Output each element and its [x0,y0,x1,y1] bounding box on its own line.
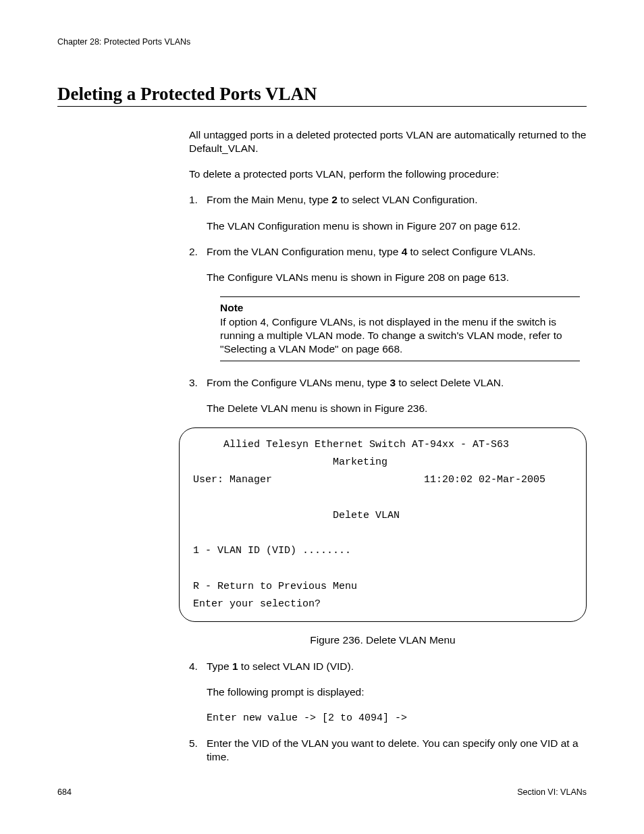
step-text-post: to select VLAN ID (VID). [238,660,354,672]
terminal-timestamp: 11:20:02 02-Mar-2005 [424,474,545,486]
chapter-header: Chapter 28: Protected Ports VLANs [57,37,587,47]
terminal-option: 1 - VLAN ID (VID) ........ [193,545,351,556]
step-1: 1. From the Main Menu, type 2 to select … [189,193,587,232]
step-body: Type 1 to select VLAN ID (VID). The foll… [207,660,587,725]
page-number: 684 [57,787,72,797]
section-label: Section VI: VLANs [517,787,587,797]
figure-caption: Figure 236. Delete VLAN Menu [179,634,587,646]
step-2: 2. From the VLAN Configuration menu, typ… [189,245,587,284]
intro-paragraph-2: To delete a protected ports VLAN, perfor… [189,167,587,181]
note-title: Note [220,301,580,315]
step-sub: The Configure VLANs menu is shown in Fig… [207,271,587,284]
step-text-pre: From the VLAN Configuration menu, type [207,246,402,257]
step-sub: The Delete VLAN menu is shown in Figure … [207,402,587,415]
step-number: 3. [189,376,207,415]
step-number: 2. [189,245,207,284]
terminal-line: Marketing [193,457,387,468]
body-column: All untagged ports in a deleted protecte… [189,128,587,415]
step-text-post: to select VLAN Configuration. [338,194,478,205]
step-sub: The VLAN Configuration menu is shown in … [207,219,587,233]
step-text-pre: Type [207,660,232,672]
terminal-prompt: Enter your selection? [193,598,321,610]
step-prompt: Enter new value -> [2 to 4094] -> [207,712,587,725]
step-text-bold: 2 [331,194,338,205]
step-number: 4. [189,660,207,725]
step-body: Enter the VID of the VLAN you want to de… [207,737,587,764]
step-text-pre: From the Configure VLANs menu, type [207,377,390,388]
section-title: Deleting a Protected Ports VLAN [57,84,587,107]
terminal-option: R - Return to Previous Menu [193,581,357,592]
step-body: From the Main Menu, type 2 to select VLA… [207,193,587,232]
body-column-2: 4. Type 1 to select VLAN ID (VID). The f… [189,660,587,764]
terminal-line: Allied Telesyn Ethernet Switch AT-94xx -… [193,439,509,450]
step-3: 3. From the Configure VLANs menu, type 3… [189,376,587,415]
step-text-bold: 3 [390,377,396,388]
step-text-bold: 1 [232,660,238,672]
step-text-post: to select Configure VLANs. [407,246,535,257]
step-5: 5. Enter the VID of the VLAN you want to… [189,737,587,764]
step-text-pre: From the Main Menu, type [207,194,331,205]
step-body: From the VLAN Configuration menu, type 4… [207,245,587,284]
step-4: 4. Type 1 to select VLAN ID (VID). The f… [189,660,587,725]
note-box: Note If option 4, Configure VLANs, is no… [220,296,580,361]
document-page: Chapter 28: Protected Ports VLANs Deleti… [0,0,644,834]
step-body: From the Configure VLANs menu, type 3 to… [207,376,587,415]
note-body: If option 4, Configure VLANs, is not dis… [220,315,580,356]
step-sub: The following prompt is displayed: [207,685,587,699]
terminal-figure: Allied Telesyn Ethernet Switch AT-94xx -… [179,427,587,623]
page-footer: 684 Section VI: VLANs [57,787,587,797]
step-number: 5. [189,737,207,764]
terminal-user: User: Manager [193,474,272,486]
step-text-bold: 4 [402,246,408,257]
step-text: Enter the VID of the VLAN you want to de… [207,737,579,762]
terminal-menu-title: Delete VLAN [193,510,400,521]
step-text-post: to select Delete VLAN. [396,377,504,388]
terminal-screen: Allied Telesyn Ethernet Switch AT-94xx -… [179,427,587,623]
step-number: 1. [189,193,207,232]
intro-paragraph-1: All untagged ports in a deleted protecte… [189,128,587,155]
